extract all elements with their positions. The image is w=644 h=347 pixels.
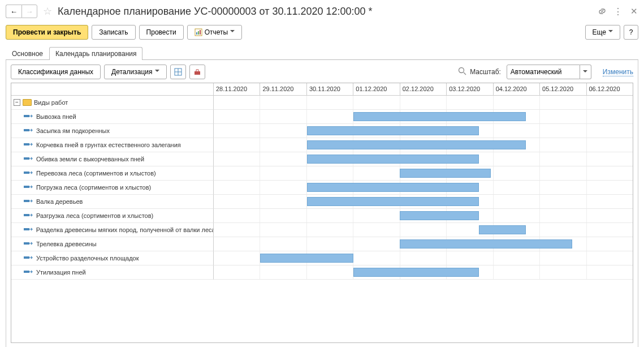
task-icon bbox=[24, 185, 34, 190]
svg-rect-1 bbox=[196, 32, 197, 35]
post-and-close-button[interactable]: Провести и закрыть bbox=[6, 25, 88, 40]
gantt-bar[interactable] bbox=[353, 112, 526, 121]
chevron-down-icon bbox=[608, 28, 613, 36]
gantt-bar[interactable] bbox=[307, 140, 526, 149]
gantt-row bbox=[214, 138, 633, 152]
report-icon bbox=[195, 28, 202, 36]
task-row[interactable]: Корчевка пней в грунтах естественного за… bbox=[11, 138, 214, 152]
write-button[interactable]: Записать bbox=[92, 25, 135, 40]
svg-rect-20 bbox=[24, 256, 29, 259]
gantt-bar[interactable] bbox=[400, 169, 491, 178]
gantt-bar[interactable] bbox=[307, 197, 479, 206]
group-label: Виды работ bbox=[32, 99, 68, 106]
svg-rect-18 bbox=[24, 228, 29, 230]
tab-main[interactable]: Основное bbox=[6, 47, 49, 60]
date-header: 05.12.2020 bbox=[539, 83, 586, 95]
date-header: 01.12.2020 bbox=[353, 83, 399, 95]
gantt-row bbox=[214, 223, 633, 237]
svg-rect-17 bbox=[24, 214, 29, 216]
detail-button[interactable]: Детализация bbox=[104, 65, 166, 79]
date-header: 29.11.2020 bbox=[260, 83, 306, 95]
task-icon bbox=[24, 269, 34, 275]
gantt-bar[interactable] bbox=[479, 225, 525, 234]
gantt-bar[interactable] bbox=[307, 183, 479, 192]
task-label: Вывозка пней bbox=[34, 113, 76, 120]
kebab-icon[interactable]: ⋮ bbox=[613, 7, 623, 16]
nav-back-button[interactable]: ← bbox=[6, 5, 21, 18]
date-header: 30.11.2020 bbox=[306, 83, 353, 95]
scale-dropdown-button[interactable] bbox=[580, 65, 591, 79]
gantt-row bbox=[214, 124, 633, 138]
task-row[interactable]: Устройство разделочных площадок bbox=[11, 251, 214, 265]
settings-icon-button[interactable] bbox=[189, 65, 205, 79]
task-row[interactable]: Трелевка древесины bbox=[11, 237, 214, 251]
task-row[interactable]: Погрузка леса (сортиментов и хлыстов) bbox=[11, 181, 214, 195]
task-row[interactable]: Обивка земли с выкорчеванных пней bbox=[11, 152, 214, 166]
help-button[interactable]: ? bbox=[624, 25, 638, 40]
svg-rect-3 bbox=[200, 30, 201, 35]
task-row[interactable]: Разделка древесины мягких пород, получен… bbox=[11, 223, 214, 237]
classify-button[interactable]: Классификация данных bbox=[11, 65, 101, 79]
task-icon bbox=[24, 213, 34, 219]
favorite-star-icon[interactable]: ☆ bbox=[43, 5, 52, 18]
svg-rect-14 bbox=[24, 172, 29, 174]
search-icon[interactable] bbox=[458, 67, 466, 77]
scale-input[interactable] bbox=[507, 65, 580, 79]
task-icon bbox=[24, 128, 34, 134]
task-label: Засыпка ям подкоренных bbox=[34, 127, 110, 134]
more-button[interactable]: Еще bbox=[585, 25, 620, 40]
task-icon bbox=[24, 142, 34, 148]
date-header: 03.12.2020 bbox=[446, 83, 492, 95]
task-label: Устройство разделочных площадок bbox=[34, 255, 139, 262]
task-label: Утилизация пней bbox=[34, 269, 86, 276]
task-row[interactable]: Вывозка пней bbox=[11, 110, 214, 124]
gantt-bar[interactable] bbox=[353, 268, 479, 277]
task-label: Корчевка пней в грунтах естественного за… bbox=[34, 142, 181, 148]
task-label: Обивка земли с выкорчеванных пней bbox=[34, 156, 144, 162]
gantt-bar[interactable] bbox=[260, 254, 353, 263]
task-group-row[interactable]: −Виды работ bbox=[11, 96, 214, 110]
date-header: 04.12.2020 bbox=[493, 83, 539, 95]
task-label: Перевозка леса (сортиментов и хлыстов) bbox=[34, 170, 156, 177]
svg-rect-2 bbox=[198, 31, 199, 35]
task-icon bbox=[24, 255, 34, 261]
gantt-bar[interactable] bbox=[307, 155, 479, 164]
task-row[interactable]: Разгрузка леса (сортиментов и хлыстов) bbox=[11, 209, 214, 223]
date-header: 02.12.2020 bbox=[400, 83, 446, 95]
post-button[interactable]: Провести bbox=[139, 25, 184, 40]
link-icon[interactable] bbox=[598, 7, 607, 16]
gantt-bar[interactable] bbox=[307, 126, 479, 135]
gantt-row bbox=[214, 195, 633, 209]
gantt-bar[interactable] bbox=[400, 211, 479, 220]
gantt-bar[interactable] bbox=[400, 239, 572, 249]
svg-rect-12 bbox=[24, 143, 29, 145]
tab-calendar[interactable]: Календарь планирования bbox=[49, 47, 143, 60]
svg-line-9 bbox=[464, 72, 466, 75]
task-label: Трелевка древесины bbox=[34, 241, 97, 247]
svg-rect-7 bbox=[195, 71, 200, 75]
gantt-row bbox=[214, 251, 633, 265]
grid-icon-button[interactable] bbox=[170, 65, 186, 79]
gantt-row bbox=[214, 166, 633, 181]
svg-rect-19 bbox=[24, 242, 29, 245]
nav-fwd-button[interactable]: → bbox=[21, 5, 37, 18]
task-row[interactable]: Засыпка ям подкоренных bbox=[11, 124, 214, 138]
reports-button[interactable]: Отчеты bbox=[187, 25, 242, 40]
task-icon bbox=[24, 114, 34, 119]
task-icon bbox=[24, 227, 34, 233]
svg-rect-15 bbox=[24, 186, 29, 188]
task-label: Разделка древесины мягких пород, получен… bbox=[34, 226, 213, 233]
svg-rect-16 bbox=[24, 200, 29, 202]
change-link[interactable]: Изменить bbox=[603, 68, 633, 76]
task-row[interactable]: Валка деревьев bbox=[11, 195, 214, 209]
scale-label: Масштаб: bbox=[470, 68, 501, 76]
close-icon[interactable]: ✕ bbox=[629, 7, 638, 16]
gantt-row bbox=[214, 265, 633, 280]
task-row[interactable]: Утилизация пней bbox=[11, 265, 214, 280]
gantt-row bbox=[214, 237, 633, 251]
date-header: 28.11.2020 bbox=[214, 83, 260, 95]
date-header: 06.12.2020 bbox=[586, 83, 633, 95]
svg-point-8 bbox=[459, 68, 464, 73]
collapse-icon[interactable]: − bbox=[14, 99, 20, 106]
task-row[interactable]: Перевозка леса (сортиментов и хлыстов) bbox=[11, 166, 214, 181]
